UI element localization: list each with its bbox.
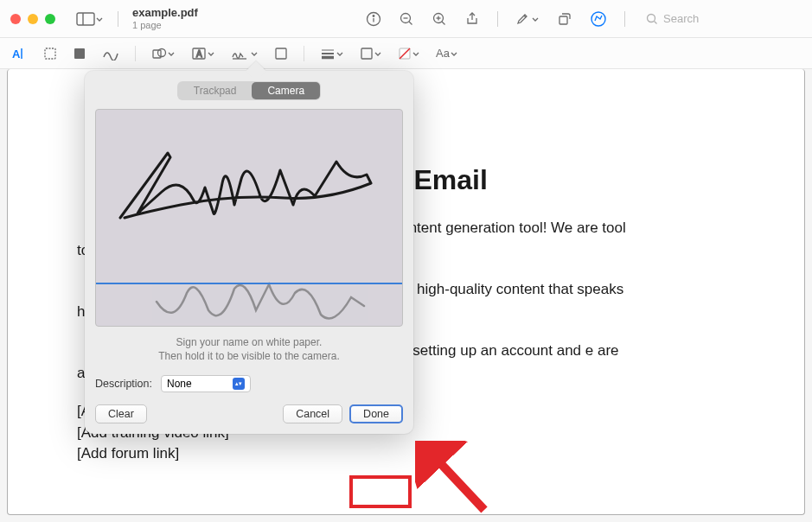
svg-rect-12 bbox=[559, 16, 567, 24]
description-select[interactable]: None ▴▾ bbox=[161, 375, 251, 392]
cancel-button[interactable]: Cancel bbox=[283, 404, 342, 423]
page-count: 1 page bbox=[132, 20, 198, 30]
sketch-tool[interactable] bbox=[100, 45, 121, 62]
border-color-menu[interactable] bbox=[358, 45, 384, 62]
tab-trackpad[interactable]: Trackpad bbox=[178, 82, 253, 99]
sidebar-toggle-button[interactable] bbox=[73, 9, 107, 29]
svg-rect-19 bbox=[74, 48, 85, 59]
rect-select-tool[interactable] bbox=[42, 45, 59, 62]
markup-toggle-button[interactable] bbox=[586, 7, 611, 31]
tab-camera[interactable]: Camera bbox=[252, 82, 320, 99]
svg-rect-29 bbox=[361, 48, 372, 59]
svg-line-6 bbox=[409, 22, 412, 25]
camera-preview bbox=[95, 109, 403, 327]
svg-rect-18 bbox=[45, 48, 55, 59]
note-tool[interactable] bbox=[272, 45, 290, 62]
svg-text:A: A bbox=[12, 48, 21, 60]
stroke-menu[interactable] bbox=[318, 46, 346, 61]
signature-source-tabs: Trackpad Camera bbox=[95, 81, 403, 100]
link-placeholder: [Add forum link] bbox=[77, 443, 735, 465]
zoom-out-button[interactable] bbox=[395, 8, 418, 30]
shapes-menu[interactable] bbox=[150, 45, 177, 62]
svg-point-4 bbox=[373, 15, 374, 16]
svg-rect-0 bbox=[77, 13, 94, 25]
done-button[interactable]: Done bbox=[349, 404, 403, 423]
text-tool[interactable]: A bbox=[189, 45, 217, 62]
info-button[interactable] bbox=[362, 8, 385, 30]
highlight-button[interactable] bbox=[512, 8, 543, 30]
signature-popover: Trackpad Camera Sign your name on white … bbox=[85, 71, 413, 434]
search-field[interactable]: Search bbox=[646, 12, 802, 25]
signature-reflection-icon bbox=[148, 267, 373, 327]
svg-line-9 bbox=[442, 22, 445, 25]
svg-rect-25 bbox=[276, 48, 286, 59]
sign-tool[interactable] bbox=[229, 45, 260, 62]
traffic-lights bbox=[10, 14, 55, 24]
description-label: Description: bbox=[95, 378, 152, 390]
svg-point-14 bbox=[648, 14, 655, 22]
title-block: example.pdf 1 page bbox=[132, 7, 198, 29]
font-menu[interactable]: Aa bbox=[434, 45, 460, 61]
titlebar: example.pdf 1 page Search bbox=[0, 0, 812, 38]
signature-baseline bbox=[96, 283, 402, 284]
signature-instructions: Sign your name on white paper. Then hold… bbox=[95, 335, 403, 363]
share-button[interactable] bbox=[461, 8, 483, 30]
document-title: example.pdf bbox=[132, 7, 198, 19]
svg-text:A: A bbox=[196, 49, 202, 59]
select-arrows-icon: ▴▾ bbox=[233, 378, 245, 390]
svg-point-21 bbox=[158, 48, 166, 56]
svg-line-15 bbox=[655, 21, 657, 23]
search-placeholder: Search bbox=[663, 12, 699, 25]
redact-tool[interactable] bbox=[71, 45, 88, 62]
zoom-in-button[interactable] bbox=[428, 8, 451, 30]
text-select-tool[interactable]: A bbox=[10, 45, 29, 62]
markup-toolbar: A A Aa bbox=[0, 38, 812, 69]
clear-button[interactable]: Clear bbox=[95, 404, 147, 423]
fill-color-menu[interactable] bbox=[396, 45, 422, 62]
svg-rect-20 bbox=[153, 50, 161, 58]
rotate-button[interactable] bbox=[553, 8, 576, 30]
fullscreen-window-button[interactable] bbox=[45, 14, 55, 24]
signature-capture-icon bbox=[112, 136, 388, 239]
svg-point-13 bbox=[591, 12, 605, 26]
minimize-window-button[interactable] bbox=[28, 14, 38, 24]
close-window-button[interactable] bbox=[10, 14, 21, 24]
